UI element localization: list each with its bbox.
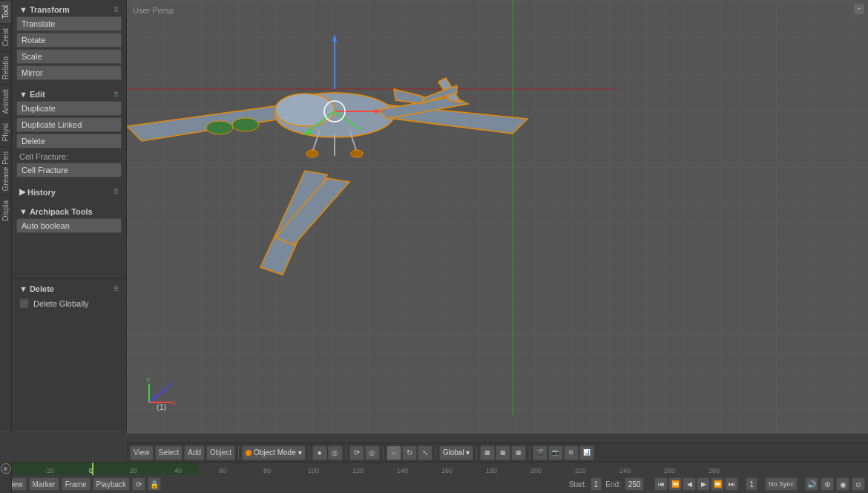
- svg-point-13: [232, 118, 259, 131]
- archipack-header[interactable]: ▼ Archipack Tools: [16, 205, 122, 218]
- history-title: History: [27, 188, 56, 197]
- render-group: 🎬 📷 ⚙ 📊: [533, 445, 594, 460]
- jump-start-btn[interactable]: ⏮: [654, 477, 668, 491]
- edit-section: ▼ Edit ⠿ Duplicate Duplicate Linked Dele…: [12, 85, 126, 182]
- sidebar-tab-relatio[interactable]: Relatio: [0, 51, 11, 84]
- step-back-btn[interactable]: ⏪: [668, 477, 682, 491]
- toolbar-sep-3: [346, 446, 346, 460]
- main-viewport[interactable]: User Persp + Z X Y (1): [127, 0, 868, 434]
- proportional-btn[interactable]: ◎: [365, 445, 380, 460]
- svg-rect-1: [127, 0, 868, 434]
- misc-btn-2[interactable]: ◉: [836, 477, 849, 491]
- history-arrow: ▶: [19, 187, 25, 197]
- svg-point-14: [206, 121, 233, 134]
- mode-label: Object Mode: [254, 448, 296, 457]
- transform-header[interactable]: ▼ Transform ⠿: [16, 3, 122, 16]
- layer-btn-2[interactable]: ▦: [496, 445, 510, 460]
- object-menu[interactable]: Object: [206, 445, 235, 460]
- svg-point-7: [275, 94, 335, 126]
- start-value[interactable]: 1: [591, 477, 602, 491]
- lock-icon[interactable]: 🔒: [148, 477, 161, 491]
- select-menu[interactable]: Select: [155, 445, 183, 460]
- scale-btn[interactable]: ⤡: [418, 445, 433, 460]
- render-btn-1[interactable]: 🎬: [533, 445, 548, 460]
- ruler-mark-20: 20: [130, 467, 137, 474]
- selection-count: (1): [157, 402, 166, 411]
- delete-globally-label: Delete Globally: [33, 299, 89, 308]
- move-btn[interactable]: ↔: [387, 445, 401, 460]
- ruler-mark-100: 100: [308, 467, 319, 474]
- no-sync-button[interactable]: No Sync: [765, 477, 798, 491]
- edit-header[interactable]: ▼ Edit ⠿: [16, 88, 122, 101]
- play-back-btn[interactable]: ◀: [683, 477, 696, 491]
- ruler-mark-0: 0: [89, 467, 93, 474]
- timeline-marker-btn[interactable]: Marker: [29, 477, 59, 491]
- current-frame-value[interactable]: 1: [746, 477, 757, 491]
- sidebar-tabs: Tool Creat Relatio Animati Physi Grease …: [0, 0, 12, 431]
- ruler-mark-160: 160: [441, 467, 453, 474]
- rotate-btn[interactable]: ↻: [402, 445, 417, 460]
- global-chevron: ▾: [466, 448, 470, 457]
- object-mode-select[interactable]: Object Mode ▾: [242, 445, 306, 460]
- mirror-button[interactable]: Mirror: [16, 65, 122, 80]
- timeline-scrub[interactable]: -40 -20 0 20 40 60 80 100 120 140 160 18…: [0, 463, 868, 476]
- edit-dots: ⠿: [114, 91, 119, 99]
- sync-icon[interactable]: ⟳: [132, 477, 145, 491]
- layer-btn-1[interactable]: ▦: [480, 445, 495, 460]
- end-value[interactable]: 250: [625, 477, 645, 491]
- render-btn-3[interactable]: ⚙: [564, 445, 579, 460]
- ruler-mark-200: 200: [530, 467, 542, 474]
- duplicate-button[interactable]: Duplicate: [16, 101, 122, 116]
- ruler-mark-240: 240: [619, 467, 631, 474]
- mode-chevron: ▾: [298, 448, 302, 457]
- cell-fracture-button[interactable]: Cell Fracture: [16, 163, 122, 177]
- delete-panel-dots: ⠿: [114, 285, 119, 293]
- audio-btn[interactable]: 🔊: [805, 477, 818, 491]
- delete-panel-header[interactable]: ▼ Delete ⠿: [16, 282, 122, 296]
- edit-arrow: ▼: [19, 90, 27, 99]
- global-select[interactable]: Global ▾: [439, 445, 473, 460]
- sidebar-tab-creat[interactable]: Creat: [0, 23, 11, 50]
- view-menu[interactable]: View: [130, 445, 154, 460]
- toolbar-sep-7: [529, 446, 530, 460]
- shading-wire-btn[interactable]: ◎: [328, 445, 343, 460]
- timeline-corner-icon[interactable]: ⊕: [1, 463, 11, 474]
- misc-btn-1[interactable]: ⚙: [821, 477, 834, 491]
- delete-panel: ▼ Delete ⠿ Delete Globally: [12, 278, 127, 314]
- toolbar-sep-4: [383, 446, 384, 460]
- history-header[interactable]: ▶ History ⠿: [16, 185, 122, 199]
- play-btn[interactable]: ▶: [697, 477, 710, 491]
- timeline-area: -40 -20 0 20 40 60 80 100 120 140 160 18…: [0, 462, 868, 493]
- auto-boolean-button[interactable]: Auto boolean: [16, 218, 122, 233]
- sidebar-tab-displa[interactable]: Displa: [0, 195, 11, 226]
- playback-controls: ⏮ ⏪ ◀ ▶ ⏩ ⏭: [654, 477, 738, 491]
- shading-group: ● ◎: [312, 445, 343, 460]
- rotate-button[interactable]: Rotate: [16, 33, 122, 48]
- scale-button[interactable]: Scale: [16, 49, 122, 64]
- delete-globally-checkbox[interactable]: [19, 298, 29, 308]
- render-btn-4[interactable]: 📊: [579, 445, 594, 460]
- add-menu[interactable]: Add: [184, 445, 205, 460]
- ruler-mark-260: 260: [664, 467, 675, 474]
- timeline-frame-btn[interactable]: Frame: [62, 477, 91, 491]
- ruler-mark-80: 80: [263, 467, 271, 474]
- render-btn-2[interactable]: 📷: [548, 445, 563, 460]
- step-fwd-btn[interactable]: ⏩: [711, 477, 724, 491]
- viewport-corner-button[interactable]: +: [853, 3, 865, 15]
- sidebar-tab-animati[interactable]: Animati: [0, 84, 11, 118]
- sidebar-tab-physi[interactable]: Physi: [0, 118, 11, 146]
- duplicate-linked-button[interactable]: Duplicate Linked: [16, 117, 122, 132]
- ruler-mark-140: 140: [397, 467, 408, 474]
- misc-btn-3[interactable]: ⊙: [852, 477, 865, 491]
- sidebar-tab-grease-pen[interactable]: Grease Pen: [0, 146, 11, 195]
- snap-btn[interactable]: ⟳: [349, 445, 364, 460]
- archipack-section: ▼ Archipack Tools Auto boolean: [12, 202, 126, 238]
- shading-solid-btn[interactable]: ●: [312, 445, 327, 460]
- sidebar-tab-tool[interactable]: Tool: [0, 0, 11, 23]
- translate-button[interactable]: Translate: [16, 16, 122, 31]
- toolbar-sep-1: [238, 446, 239, 460]
- jump-end-btn[interactable]: ⏭: [725, 477, 738, 491]
- timeline-playback-btn[interactable]: Playback: [93, 477, 131, 491]
- delete-button[interactable]: Delete: [16, 134, 122, 148]
- layer-btn-3[interactable]: ▦: [511, 445, 526, 460]
